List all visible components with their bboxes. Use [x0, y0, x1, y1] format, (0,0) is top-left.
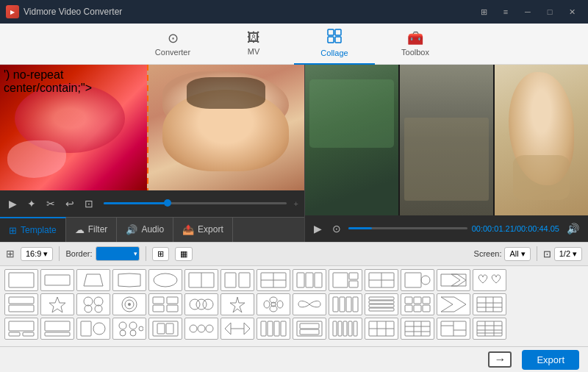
svg-rect-72 [23, 332, 34, 336]
svg-point-81 [139, 326, 143, 331]
star-button[interactable]: ✦ [24, 196, 39, 211]
template-heart-pair[interactable] [473, 269, 506, 291]
svg-rect-107 [405, 321, 430, 336]
left-video-cake[interactable]: ') no-repeat center/contain;"> [0, 65, 147, 190]
template-arrow-right[interactable] [437, 269, 470, 291]
svg-point-37 [128, 303, 131, 306]
svg-rect-19 [349, 273, 358, 279]
tab-export[interactable]: 📤 Export [173, 217, 233, 242]
right-progress-bar[interactable] [348, 227, 467, 229]
nav-item-collage[interactable]: Collage [294, 24, 375, 65]
template-circle-four[interactable] [76, 293, 110, 315]
right-stop-button[interactable]: ⊙ [329, 221, 344, 236]
template-two-bottom[interactable] [4, 318, 38, 340]
tab-filter[interactable]: ☁ Filter [66, 217, 118, 242]
nav-item-toolbox[interactable]: 🧰 Toolbox [375, 24, 456, 65]
template-target[interactable] [112, 293, 146, 315]
template-oval[interactable] [148, 269, 182, 291]
titlebar-maximize-button[interactable]: □ [539, 4, 560, 20]
template-butterfly[interactable] [293, 293, 326, 315]
svg-rect-3 [335, 37, 341, 43]
left-panel: ') no-repeat center/contain;"> ▶ ✦ ✂ ↩ [0, 65, 305, 242]
template-wide-rect[interactable] [40, 269, 74, 291]
template-five-h[interactable] [365, 293, 398, 315]
template-circle-square[interactable] [401, 269, 434, 291]
add-button[interactable]: + [294, 199, 298, 208]
screenshot-button[interactable]: ⊡ [82, 196, 96, 211]
cut-button[interactable]: ✂ [43, 196, 58, 211]
svg-point-42 [190, 299, 200, 310]
titlebar-minimize-button[interactable]: ─ [517, 4, 538, 20]
template-four-v[interactable] [257, 318, 290, 340]
template-single[interactable] [4, 269, 38, 291]
tab-audio-label: Audio [141, 224, 164, 235]
separator-1 [59, 246, 60, 261]
play-button[interactable]: ▶ [6, 196, 20, 211]
template-rect-bottom[interactable] [40, 318, 74, 340]
collage-panel-mid[interactable] [400, 65, 495, 215]
template-row-2 [4, 293, 584, 315]
template-star-four[interactable] [220, 293, 254, 315]
titlebar-menu-button[interactable]: ≡ [495, 4, 516, 20]
template-two-v-small[interactable] [257, 269, 290, 291]
templates-toolbar: ⊞ 16:9 ▾ Border: ▾ ⊞ ▦ [0, 243, 588, 266]
pattern-view-button[interactable]: ▦ [175, 247, 193, 261]
resize-icon: ⊞ [6, 248, 15, 260]
screen-selector: Screen: All ▾ [474, 247, 531, 261]
page-button[interactable]: 1/2 ▾ [554, 247, 582, 261]
template-four-grid[interactable] [365, 269, 398, 291]
template-three-dot[interactable] [184, 318, 218, 340]
nav-item-converter[interactable]: ⊙ Converter [132, 24, 213, 65]
border-color-button[interactable]: ▾ [96, 246, 140, 261]
template-square-four[interactable] [148, 318, 182, 340]
template-arrows-lr[interactable] [220, 318, 254, 340]
aspect-button[interactable]: 16:9 ▾ [21, 247, 53, 261]
template-three-mixed[interactable] [329, 269, 362, 291]
right-video-face[interactable] [147, 65, 304, 190]
grid-view-button[interactable]: ⊞ [152, 247, 169, 261]
template-wide-bar[interactable] [184, 269, 218, 291]
template-triple-circle[interactable] [184, 293, 218, 315]
svg-rect-97 [300, 329, 319, 335]
template-trapezoid[interactable] [76, 269, 110, 291]
template-nine-grid[interactable] [401, 318, 434, 340]
tab-audio[interactable]: 🔊 Audio [117, 217, 173, 242]
svg-rect-17 [315, 273, 322, 287]
screen-button[interactable]: All ▾ [504, 247, 530, 261]
template-flower[interactable] [257, 293, 290, 315]
template-five-v[interactable] [329, 318, 362, 340]
template-grid-3x3[interactable] [473, 293, 506, 315]
template-star[interactable] [40, 293, 74, 315]
progress-fill [104, 202, 168, 204]
template-windmill[interactable] [148, 293, 182, 315]
titlebar-close-button[interactable]: ✕ [562, 4, 582, 20]
template-circle-mid[interactable] [76, 318, 110, 340]
template-rect-two[interactable] [4, 293, 38, 315]
titlebar-grid-button[interactable]: ⊞ [473, 4, 494, 20]
template-six-grid[interactable] [401, 293, 434, 315]
aspect-chevron-icon: ▾ [43, 249, 48, 259]
volume-button[interactable]: 🔊 [564, 221, 582, 236]
export-button[interactable]: Export [522, 350, 579, 370]
collage-panel-left[interactable] [305, 65, 400, 215]
template-alt-grid[interactable] [473, 318, 506, 340]
right-play-button[interactable]: ▶ [311, 221, 325, 236]
template-three-v[interactable] [293, 269, 326, 291]
template-small-circles[interactable] [112, 318, 146, 340]
svg-rect-15 [297, 273, 304, 287]
collage-panel-right[interactable] [495, 65, 588, 215]
template-arrow-diag[interactable] [437, 293, 470, 315]
svg-rect-38 [153, 297, 164, 304]
progress-bar[interactable] [104, 202, 287, 204]
template-mixed-bars[interactable] [437, 318, 470, 340]
video-divider[interactable] [147, 65, 148, 190]
template-two-v[interactable] [220, 269, 254, 291]
template-six-mixed[interactable] [365, 318, 398, 340]
svg-rect-11 [239, 273, 250, 287]
template-curve[interactable] [112, 269, 146, 291]
undo-button[interactable]: ↩ [62, 196, 77, 211]
template-four-stripe[interactable] [329, 293, 362, 315]
tab-template[interactable]: ⊞ Template [0, 217, 66, 242]
template-three-center[interactable] [293, 318, 326, 340]
nav-item-mv[interactable]: 🖼 MV [213, 24, 294, 65]
